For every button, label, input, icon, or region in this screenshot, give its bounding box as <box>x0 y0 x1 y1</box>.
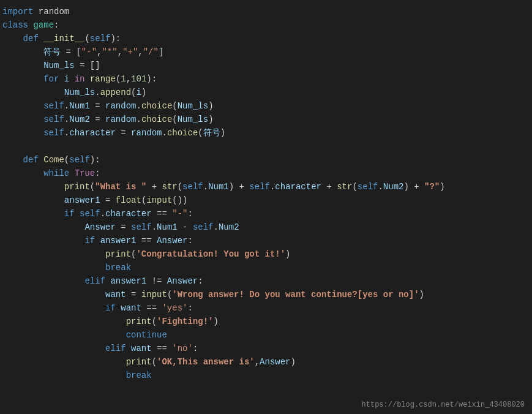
token-fn: choice <box>141 99 172 113</box>
code-line: if want == 'yes': <box>0 301 532 315</box>
token-var: want <box>131 342 152 355</box>
token-kw: continue <box>126 328 167 342</box>
token-selfkw: self <box>358 180 378 194</box>
token-selfkw: self <box>69 153 90 167</box>
token-var: Num1 <box>69 99 90 113</box>
token-kw: if <box>84 234 95 247</box>
token-white <box>95 234 100 247</box>
token-white <box>39 153 43 167</box>
token-fn: print <box>64 180 90 194</box>
token-bstr: 'Wrong answer! Do you want continue?[yes… <box>172 288 419 301</box>
code-line: self.Num1 = random.choice(Num_ls) <box>0 99 532 113</box>
token-white: . <box>378 180 383 194</box>
token-white: , <box>138 45 143 59</box>
token-white: != <box>146 274 167 288</box>
token-white: = <box>90 113 105 126</box>
code-line: while True: <box>0 167 532 180</box>
token-white: ( <box>172 99 177 113</box>
token-white <box>105 274 110 288</box>
code-line: elif want == 'no': <box>0 342 532 355</box>
token-kw: if <box>105 301 116 315</box>
token-selfkw: self <box>43 99 64 113</box>
token-white: = [ <box>61 45 81 59</box>
token-white: ) + <box>229 180 250 194</box>
token-str: 'yes' <box>162 301 187 315</box>
token-white: = <box>126 288 141 301</box>
token-var: Num_ls <box>178 99 208 113</box>
token-white <box>69 72 74 86</box>
token-white: ( <box>141 194 146 207</box>
token-fn: choice <box>141 113 172 126</box>
token-white: , <box>97 45 102 59</box>
token-white: ( <box>116 72 121 86</box>
token-bstr: 'OK,This answer is' <box>157 355 255 369</box>
token-var: answer1 <box>100 234 137 247</box>
token-white: ( <box>152 355 157 369</box>
token-var: Answer <box>260 355 290 369</box>
token-selfkw: self <box>43 126 64 140</box>
token-white: ) <box>419 288 424 301</box>
token-kw: if <box>64 207 75 220</box>
token-white: ) <box>208 99 213 113</box>
token-selfkw: self <box>182 180 203 194</box>
code-line: want = input('Wrong answer! Do you want … <box>0 288 532 301</box>
token-white: : <box>187 234 192 247</box>
code-lines: import randomclass game: def __init__(se… <box>0 5 532 382</box>
token-white: ): <box>146 72 157 86</box>
token-var: Num_ls <box>43 59 74 72</box>
token-fn: Come <box>43 153 64 167</box>
token-white: ) <box>141 86 146 99</box>
token-white: , <box>118 45 122 59</box>
code-line: if answer1 == Answer: <box>0 234 532 247</box>
code-line: elif answer1 != Answer: <box>0 274 532 288</box>
code-line: 符号 = ["-","*","+","/"] <box>0 45 532 59</box>
code-line: self.Num2 = random.choice(Num_ls) <box>0 113 532 126</box>
token-white: . <box>64 126 69 140</box>
token-white: : <box>95 167 100 180</box>
token-white <box>39 32 43 45</box>
token-fn: append <box>100 86 131 99</box>
code-line: def Come(self): <box>0 153 532 167</box>
token-white <box>69 167 74 180</box>
token-white: ( <box>178 180 182 194</box>
token-kw: for <box>43 72 59 86</box>
token-var: want <box>105 288 126 301</box>
token-white: = <box>90 99 105 113</box>
token-var: random <box>131 126 162 140</box>
token-white: . <box>203 180 208 194</box>
token-white: == <box>136 234 157 247</box>
token-selfkw: self <box>131 220 152 234</box>
code-line: import random <box>0 5 532 18</box>
code-line: continue <box>0 328 532 342</box>
token-var: Num2 <box>69 113 90 126</box>
token-white: ) <box>208 113 213 126</box>
token-var: Answer <box>167 274 198 288</box>
token-fn: print <box>126 315 152 328</box>
token-white <box>84 72 89 86</box>
token-white: ): <box>90 153 100 167</box>
token-str: "-" <box>81 45 97 59</box>
token-white: ( <box>64 153 69 167</box>
token-fn: input <box>146 194 172 207</box>
token-str: "+" <box>122 45 138 59</box>
token-white: ) <box>213 315 218 328</box>
token-kw: break <box>126 369 152 382</box>
code-editor: import randomclass game: def __init__(se… <box>0 0 532 414</box>
code-line: break <box>0 369 532 382</box>
token-fn: input <box>141 288 167 301</box>
code-line: for i in range(1,101): <box>0 72 532 86</box>
token-white: . <box>100 207 105 220</box>
token-kw: def <box>23 32 39 45</box>
token-white: ( <box>131 86 136 99</box>
token-white <box>116 301 121 315</box>
code-line: def __init__(self): <box>0 32 532 45</box>
token-white: == <box>141 301 162 315</box>
token-white: + <box>321 180 337 194</box>
token-white: random <box>33 5 69 18</box>
token-var: random <box>105 99 136 113</box>
token-selfkw: self <box>193 220 214 234</box>
token-bstr: 'Fighting!' <box>157 315 213 328</box>
token-white: = <box>116 220 131 234</box>
token-fn: range <box>90 72 116 86</box>
token-white: = <box>100 194 116 207</box>
